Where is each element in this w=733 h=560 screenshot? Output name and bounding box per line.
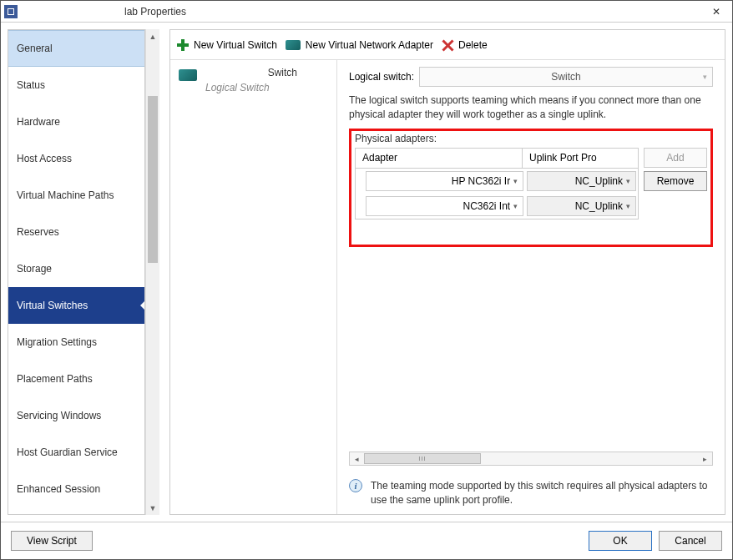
view-script-button[interactable]: View Script — [11, 531, 93, 551]
scroll-thumb[interactable] — [148, 96, 158, 263]
sidebar-item-host-access[interactable]: Host Access — [8, 140, 144, 177]
delete-button[interactable]: Delete — [442, 39, 488, 51]
adapter-grid: Adapter Uplink Port Pro HP NC362i Ir▾ NC… — [355, 148, 707, 219]
sidebar-item-label: General — [17, 43, 53, 54]
button-label: OK — [613, 535, 627, 547]
new-virtual-network-adapter-button[interactable]: New Virtual Network Adapter — [286, 39, 433, 51]
sidebar-item-label: Host Guardian Service — [17, 446, 118, 458]
table-side-buttons: Add Remove — [644, 148, 707, 219]
info-icon: i — [349, 479, 362, 492]
new-virtual-switch-button[interactable]: New Virtual Switch — [177, 39, 277, 51]
sidebar-item-label: Enhanced Session — [17, 483, 100, 495]
add-button[interactable]: Add — [644, 148, 707, 168]
content-body: Switch Logical Switch Logical switch: Sw… — [170, 60, 725, 514]
dropdown-value: NC362i Int — [463, 200, 511, 212]
horizontal-scrollbar[interactable]: ◂ III ▸ — [349, 452, 713, 466]
sidebar-item-virtual-switches[interactable]: Virtual Switches — [8, 287, 144, 324]
sidebar-item-label: Hardware — [17, 116, 60, 128]
table-row[interactable]: HP NC362i Ir▾ NC_Uplink▾ — [356, 169, 638, 194]
remove-button[interactable]: Remove — [644, 171, 707, 191]
sidebar-container: General Status Hardware Host Access Virt… — [1, 23, 159, 522]
dropdown-value: NC_Uplink — [575, 175, 623, 187]
physical-adapters-label: Physical adapters: — [355, 133, 707, 144]
sidebar-item-label: Host Access — [17, 153, 72, 164]
sidebar-item-label: Status — [17, 79, 45, 91]
adapter-icon — [286, 40, 301, 50]
sidebar-item-placement[interactable]: Placement Paths — [8, 361, 144, 397]
delete-icon — [442, 39, 453, 51]
titlebar: lab Properties ✕ — [1, 1, 732, 23]
sidebar-item-label: Reserves — [17, 226, 59, 238]
switch-list-item[interactable]: Switch Logical Switch — [170, 60, 336, 100]
sidebar-item-label: Servicing Windows — [17, 410, 101, 421]
toolbar-label: New Virtual Network Adapter — [306, 39, 433, 51]
scroll-up-icon[interactable]: ▲ — [146, 29, 159, 43]
sidebar-item-storage[interactable]: Storage — [8, 250, 144, 287]
sidebar-item-host-guardian[interactable]: Host Guardian Service — [8, 434, 144, 471]
chevron-down-icon: ▾ — [626, 177, 630, 185]
footer: View Script OK Cancel — [1, 522, 732, 559]
button-label: View Script — [27, 535, 77, 547]
switch-icon — [179, 69, 197, 81]
logical-switch-select[interactable]: Switch — [419, 67, 713, 87]
sidebar-item-vm-paths[interactable]: Virtual Machine Paths — [8, 177, 144, 214]
button-label: Remove — [657, 175, 695, 187]
switch-subtitle-label: Logical Switch — [205, 78, 297, 93]
content-panel: New Virtual Switch New Virtual Network A… — [169, 29, 725, 515]
sidebar-item-general[interactable]: General — [8, 30, 144, 67]
logical-switch-value: Switch — [551, 71, 580, 83]
adapter-dropdown[interactable]: HP NC362i Ir▾ — [366, 171, 523, 191]
table-header: Adapter Uplink Port Pro — [356, 149, 638, 169]
chevron-down-icon: ▾ — [513, 177, 518, 185]
switch-names: Switch Logical Switch — [205, 67, 297, 93]
sidebar-scrollbar[interactable]: ▲ ▼ — [145, 29, 159, 515]
scroll-track[interactable]: III — [364, 452, 698, 465]
scroll-right-icon[interactable]: ▸ — [698, 455, 712, 463]
sidebar-item-status[interactable]: Status — [8, 67, 144, 103]
scroll-thumb[interactable]: III — [364, 453, 481, 464]
sidebar-item-label: Migration Settings — [17, 336, 97, 348]
scroll-left-icon[interactable]: ◂ — [350, 455, 364, 463]
adapter-table: Adapter Uplink Port Pro HP NC362i Ir▾ NC… — [355, 148, 639, 219]
table-row[interactable]: NC362i Int▾ NC_Uplink▾ — [356, 194, 638, 219]
sidebar-item-label: Placement Paths — [17, 373, 93, 385]
switch-name-label: Switch — [205, 67, 297, 78]
info-text: The teaming mode supported by this switc… — [371, 479, 713, 507]
sidebar: General Status Hardware Host Access Virt… — [8, 29, 145, 515]
logical-switch-label: Logical switch: — [349, 71, 414, 83]
physical-adapters-group: Physical adapters: Adapter Uplink Port P… — [349, 129, 713, 247]
toolbar-label: New Virtual Switch — [194, 39, 277, 51]
dropdown-value: NC_Uplink — [575, 200, 623, 212]
description-text: The logical switch supports teaming whic… — [349, 93, 713, 122]
plus-icon — [177, 39, 189, 51]
ok-button[interactable]: OK — [589, 531, 652, 551]
button-label: Add — [666, 152, 684, 164]
scroll-down-icon[interactable]: ▼ — [146, 501, 159, 515]
uplink-dropdown[interactable]: NC_Uplink▾ — [527, 171, 636, 191]
dropdown-value: HP NC362i Ir — [452, 175, 510, 187]
sidebar-item-label: Storage — [17, 263, 52, 275]
logical-switch-row: Logical switch: Switch — [349, 67, 713, 87]
button-label: Cancel — [675, 535, 705, 547]
sidebar-item-migration[interactable]: Migration Settings — [8, 324, 144, 361]
adapter-dropdown[interactable]: NC362i Int▾ — [366, 196, 523, 216]
chevron-down-icon: ▾ — [513, 202, 518, 210]
close-icon[interactable]: ✕ — [704, 6, 729, 18]
sidebar-item-hardware[interactable]: Hardware — [8, 103, 144, 140]
content-container: New Virtual Switch New Virtual Network A… — [159, 23, 732, 522]
window-icon — [4, 5, 18, 18]
sidebar-item-label: Virtual Switches — [17, 300, 88, 311]
window-title: lab Properties — [24, 6, 704, 18]
uplink-dropdown[interactable]: NC_Uplink▾ — [527, 196, 636, 216]
cancel-button[interactable]: Cancel — [659, 531, 722, 551]
header-uplink[interactable]: Uplink Port Pro — [523, 149, 638, 168]
header-adapter[interactable]: Adapter — [356, 149, 523, 168]
detail-pane: Logical switch: Switch The logical switc… — [337, 60, 725, 514]
sidebar-item-reserves[interactable]: Reserves — [8, 214, 144, 250]
toolbar-label: Delete — [458, 39, 488, 51]
toolbar: New Virtual Switch New Virtual Network A… — [170, 30, 725, 60]
main-area: General Status Hardware Host Access Virt… — [1, 23, 732, 522]
chevron-down-icon: ▾ — [626, 202, 630, 210]
sidebar-item-servicing[interactable]: Servicing Windows — [8, 397, 144, 434]
sidebar-item-enhanced-session[interactable]: Enhanced Session — [8, 471, 144, 507]
